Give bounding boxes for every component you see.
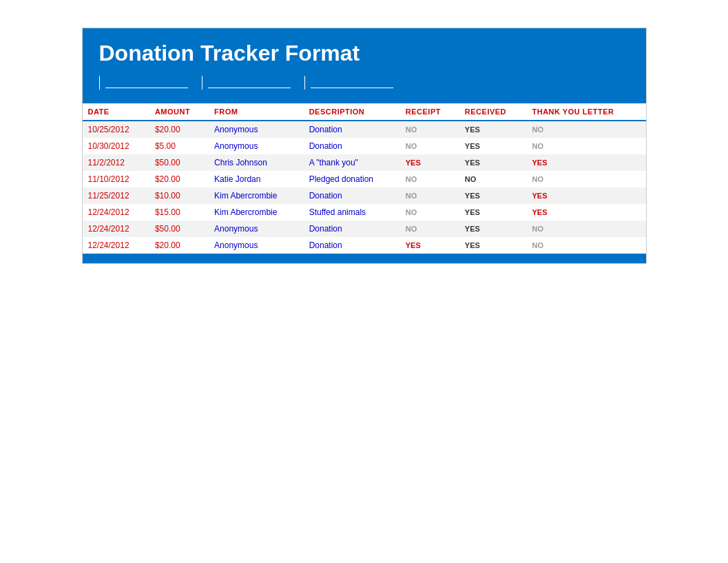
- input-group-1: [99, 76, 188, 90]
- table-row: 11/2/2012 $50.00 Chris Johnson A "thank …: [83, 154, 646, 171]
- cell-description: Donation: [304, 138, 400, 154]
- col-received: RECEIVED: [459, 103, 527, 121]
- cell-receipt: NO: [400, 221, 459, 237]
- header-inputs: [99, 76, 630, 96]
- cell-receipt: NO: [400, 138, 459, 154]
- col-from: FROM: [209, 103, 304, 121]
- cell-date: 10/30/2012: [83, 138, 149, 154]
- cell-date: 12/24/2012: [83, 221, 149, 237]
- cell-amount: $20.00: [149, 121, 209, 138]
- col-thankyou: THANK YOU LETTER: [526, 103, 645, 121]
- cell-thankyou: NO: [526, 221, 645, 237]
- cell-amount: $10.00: [149, 187, 209, 204]
- table-row: 11/10/2012 $20.00 Katie Jordan Pledged d…: [83, 171, 646, 187]
- cell-amount: $50.00: [149, 154, 209, 171]
- table-header-row: DATE AMOUNT FROM DESCRIPTION RECEIPT REC…: [83, 103, 646, 121]
- table-wrapper: DATE AMOUNT FROM DESCRIPTION RECEIPT REC…: [83, 103, 646, 254]
- cell-from: Anonymous: [209, 237, 304, 254]
- cell-receipt: NO: [400, 204, 459, 221]
- cell-received: YES: [459, 187, 527, 204]
- table-row: 12/24/2012 $15.00 Kim Abercrombie Stuffe…: [83, 204, 646, 221]
- cell-thankyou: YES: [526, 187, 645, 204]
- cell-received: YES: [459, 121, 527, 138]
- cell-receipt: NO: [400, 121, 459, 138]
- col-date: DATE: [83, 103, 149, 121]
- tracker-container: Donation Tracker Format: [82, 28, 647, 264]
- cell-thankyou: NO: [526, 237, 645, 254]
- cell-from: Katie Jordan: [209, 171, 304, 187]
- cell-from: Anonymous: [209, 121, 304, 138]
- cell-receipt: YES: [400, 154, 459, 171]
- col-amount: AMOUNT: [149, 103, 209, 121]
- cell-received: YES: [459, 204, 527, 221]
- cell-date: 10/25/2012: [83, 121, 149, 138]
- table-body: 10/25/2012 $20.00 Anonymous Donation NO …: [83, 121, 646, 254]
- cell-date: 11/25/2012: [83, 187, 149, 204]
- cell-date: 12/24/2012: [83, 204, 149, 221]
- cell-description: Stuffed animals: [304, 204, 400, 221]
- table-row: 11/25/2012 $10.00 Kim Abercrombie Donati…: [83, 187, 646, 204]
- divider-3: [304, 76, 305, 90]
- header-section: Donation Tracker Format: [83, 28, 646, 103]
- cell-thankyou: YES: [526, 204, 645, 221]
- cell-description: Donation: [304, 221, 400, 237]
- cell-amount: $5.00: [149, 138, 209, 154]
- cell-date: 12/24/2012: [83, 237, 149, 254]
- table-row: 12/24/2012 $50.00 Anonymous Donation NO …: [83, 221, 646, 237]
- cell-amount: $20.00: [149, 237, 209, 254]
- table-row: 10/25/2012 $20.00 Anonymous Donation NO …: [83, 121, 646, 138]
- cell-from: Kim Abercrombie: [209, 187, 304, 204]
- cell-amount: $50.00: [149, 221, 209, 237]
- cell-description: A "thank you": [304, 154, 400, 171]
- cell-date: 11/2/2012: [83, 154, 149, 171]
- cell-amount: $15.00: [149, 204, 209, 221]
- cell-thankyou: NO: [526, 138, 645, 154]
- header-input-1[interactable]: [105, 77, 188, 88]
- col-description: DESCRIPTION: [304, 103, 400, 121]
- cell-received: YES: [459, 237, 527, 254]
- input-group-2: [202, 76, 291, 90]
- cell-receipt: NO: [400, 187, 459, 204]
- cell-description: Donation: [304, 237, 400, 254]
- cell-thankyou: YES: [526, 154, 645, 171]
- footer-bar: [83, 254, 646, 263]
- cell-description: Pledged donation: [304, 171, 400, 187]
- page-title: Donation Tracker Format: [99, 41, 630, 66]
- cell-from: Chris Johnson: [209, 154, 304, 171]
- header-input-3[interactable]: [311, 77, 393, 88]
- cell-received: YES: [459, 138, 527, 154]
- cell-from: Anonymous: [209, 221, 304, 237]
- cell-amount: $20.00: [149, 171, 209, 187]
- cell-received: NO: [459, 171, 527, 187]
- page-wrapper: Donation Tracker Format: [0, 0, 728, 291]
- input-group-3: [304, 76, 393, 90]
- table-row: 12/24/2012 $20.00 Anonymous Donation YES…: [83, 237, 646, 254]
- cell-thankyou: NO: [526, 171, 645, 187]
- cell-thankyou: NO: [526, 121, 645, 138]
- divider-1: [99, 76, 100, 90]
- cell-description: Donation: [304, 121, 400, 138]
- col-receipt: RECEIPT: [400, 103, 459, 121]
- cell-description: Donation: [304, 187, 400, 204]
- header-input-2[interactable]: [208, 77, 291, 88]
- cell-from: Kim Abercrombie: [209, 204, 304, 221]
- cell-receipt: NO: [400, 171, 459, 187]
- cell-date: 11/10/2012: [83, 171, 149, 187]
- divider-2: [202, 76, 202, 90]
- cell-from: Anonymous: [209, 138, 304, 154]
- table-row: 10/30/2012 $5.00 Anonymous Donation NO Y…: [83, 138, 646, 154]
- cell-received: YES: [459, 154, 527, 171]
- cell-receipt: YES: [400, 237, 459, 254]
- cell-received: YES: [459, 221, 527, 237]
- donation-table: DATE AMOUNT FROM DESCRIPTION RECEIPT REC…: [83, 103, 646, 254]
